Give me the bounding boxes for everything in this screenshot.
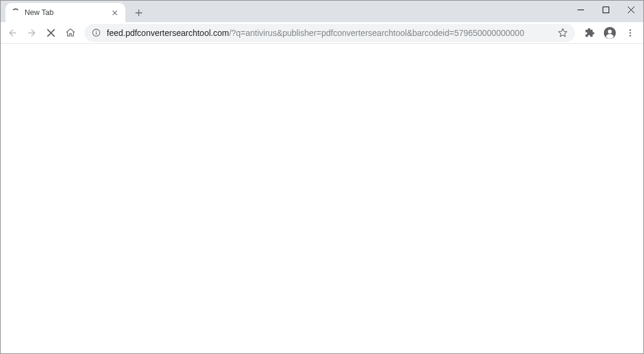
plus-icon: [135, 9, 143, 17]
svg-point-8: [630, 35, 631, 37]
new-tab-button[interactable]: [130, 4, 147, 21]
toolbar: feed.pdfconvertersearchtool.com/?q=antiv…: [1, 22, 643, 44]
site-info-button[interactable]: [92, 28, 101, 37]
tab-title: New Tab: [25, 8, 110, 17]
close-icon: [47, 29, 55, 37]
titlebar: New Tab: [1, 1, 643, 22]
bookmark-button[interactable]: [558, 28, 568, 38]
browser-tab[interactable]: New Tab: [5, 3, 125, 22]
extensions-button[interactable]: [581, 25, 598, 41]
window-controls: [568, 1, 643, 19]
profile-button[interactable]: [601, 25, 618, 41]
close-window-button[interactable]: [618, 1, 643, 19]
url-domain: feed.pdfconvertersearchtool.com: [107, 28, 229, 38]
page-content: [1, 44, 643, 353]
toolbar-right: [581, 25, 640, 41]
svg-point-6: [630, 29, 631, 31]
svg-point-2: [96, 31, 97, 32]
menu-dots-icon: [625, 28, 635, 38]
url-path: /?q=antivirus&publisher=pdfconvertersear…: [229, 28, 524, 38]
svg-point-7: [630, 32, 631, 34]
close-icon: [628, 7, 634, 13]
loading-spinner-icon: [11, 8, 20, 17]
forward-arrow-icon: [26, 28, 37, 38]
home-icon: [65, 28, 76, 38]
svg-rect-0: [603, 7, 609, 13]
minimize-button[interactable]: [568, 1, 593, 19]
back-arrow-icon: [7, 28, 18, 38]
info-icon: [92, 28, 101, 37]
home-button[interactable]: [62, 25, 79, 41]
profile-icon: [603, 26, 616, 40]
close-icon: [112, 10, 118, 16]
maximize-button[interactable]: [593, 1, 618, 19]
extensions-icon: [585, 28, 595, 38]
star-icon: [558, 28, 568, 38]
svg-point-5: [608, 29, 612, 33]
menu-button[interactable]: [622, 25, 639, 41]
url-text: feed.pdfconvertersearchtool.com/?q=antiv…: [107, 28, 552, 38]
svg-rect-3: [96, 32, 97, 35]
minimize-icon: [577, 7, 584, 13]
close-tab-button[interactable]: [110, 8, 119, 17]
back-button[interactable]: [4, 25, 21, 41]
maximize-icon: [603, 7, 609, 13]
forward-button[interactable]: [23, 25, 40, 41]
stop-reload-button[interactable]: [43, 25, 59, 41]
address-bar[interactable]: feed.pdfconvertersearchtool.com/?q=antiv…: [85, 24, 575, 42]
